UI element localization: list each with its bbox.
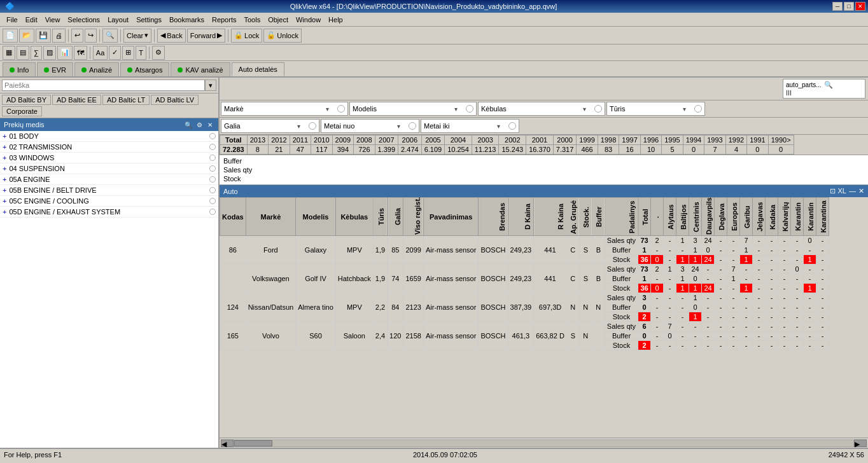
filter-turis[interactable]: Tūris ▾ bbox=[606, 102, 705, 116]
menu-selections[interactable]: Selections bbox=[64, 15, 104, 25]
tab-kav[interactable]: KAV analizė bbox=[171, 62, 230, 76]
auto-close-icon[interactable]: ✕ bbox=[858, 187, 864, 195]
tab-dot-evr bbox=[44, 67, 49, 73]
tb2-btn3[interactable]: ∑ bbox=[31, 46, 42, 60]
filter-galia[interactable]: Galia ▾ bbox=[221, 119, 319, 133]
stats-year-2008: 2008 bbox=[354, 135, 375, 145]
menu-view[interactable]: View bbox=[41, 15, 64, 25]
save-btn[interactable]: 💾 bbox=[36, 29, 51, 43]
tab-info[interactable]: Info bbox=[3, 62, 36, 76]
tree-item-label: 01 BODY bbox=[9, 132, 207, 140]
filter-marke-arrow[interactable]: ▾ bbox=[326, 106, 335, 113]
tb2-btn4[interactable]: ▨ bbox=[43, 46, 56, 60]
auto-expand-icon[interactable]: XL bbox=[838, 187, 846, 195]
filter-metai-iki-arrow[interactable]: ▾ bbox=[497, 123, 506, 130]
undo-btn[interactable]: ↩ bbox=[71, 29, 83, 43]
tree-expand-icon: + bbox=[3, 143, 6, 151]
menu-object[interactable]: Object bbox=[264, 15, 292, 25]
tree-search-icon[interactable]: 🔍 bbox=[184, 120, 193, 129]
filter-modelis-arrow[interactable]: ▾ bbox=[454, 106, 463, 113]
region-tab-ee[interactable]: AD Baltic EE bbox=[52, 95, 101, 105]
region-tab-by[interactable]: AD Baltic BY bbox=[2, 95, 51, 105]
list-item[interactable]: + 02 TRANSMISSION bbox=[0, 142, 218, 153]
list-item[interactable]: + 04 SUSPENSION bbox=[0, 163, 218, 174]
menu-edit[interactable]: Edit bbox=[22, 15, 41, 25]
filter-kebulas-arrow[interactable]: ▾ bbox=[583, 106, 592, 113]
tab-auto[interactable]: Auto detalės bbox=[232, 62, 284, 76]
tab-analize[interactable]: Analizė bbox=[74, 62, 119, 76]
unlock-btn[interactable]: 🔓 Unlock bbox=[263, 29, 302, 43]
tb2-btn2[interactable]: ▤ bbox=[17, 46, 29, 60]
tb2-btn6[interactable]: 🗺 bbox=[74, 46, 87, 60]
menu-bookmarks[interactable]: Bookmarks bbox=[165, 15, 208, 25]
menu-file[interactable]: File bbox=[3, 15, 22, 25]
tb2-btn5[interactable]: 📊 bbox=[57, 46, 73, 60]
scroll-left-btn[interactable]: ◀ bbox=[221, 439, 234, 447]
filter-kebulas[interactable]: Kėbulas ▾ bbox=[478, 102, 605, 116]
tb2-btn11[interactable]: ⚙ bbox=[152, 46, 165, 60]
menu-reports[interactable]: Reports bbox=[208, 15, 241, 25]
search-go-btn[interactable]: ▾ bbox=[205, 79, 216, 91]
minimize-btn[interactable]: ─ bbox=[832, 2, 843, 11]
forward-btn[interactable]: Forward ▶ bbox=[187, 29, 225, 43]
search-btn[interactable]: 🔍 bbox=[102, 29, 118, 43]
filter-turis-arrow[interactable]: ▾ bbox=[683, 106, 692, 113]
open-btn[interactable]: 📂 bbox=[19, 29, 34, 43]
tree-settings-icon[interactable]: ⚙ bbox=[195, 120, 204, 129]
scroll-thumb[interactable] bbox=[234, 440, 272, 446]
list-item[interactable]: + 05D ENGINE / EXHAUST SYSTEM bbox=[0, 207, 218, 218]
close-btn[interactable]: ✕ bbox=[855, 2, 865, 11]
print-btn[interactable]: 🖨 bbox=[52, 29, 66, 43]
maximize-btn[interactable]: □ bbox=[844, 2, 854, 11]
tb2-btn8[interactable]: ✓ bbox=[109, 46, 121, 60]
tree-close-icon[interactable]: ✕ bbox=[206, 120, 214, 129]
tb2-btn1[interactable]: ▦ bbox=[3, 46, 15, 60]
tab-evr[interactable]: EVR bbox=[37, 62, 73, 76]
tree-item-dot bbox=[209, 187, 216, 193]
tree-header-icons: 🔍 ⚙ ✕ bbox=[184, 120, 214, 129]
menu-layout[interactable]: Layout bbox=[104, 15, 132, 25]
scroll-track[interactable] bbox=[234, 439, 854, 447]
auto-restore-icon[interactable]: ⊡ bbox=[830, 187, 836, 195]
auto-minimize-icon[interactable]: — bbox=[849, 187, 856, 195]
search-input[interactable] bbox=[2, 79, 205, 91]
new-btn[interactable]: 📄 bbox=[3, 29, 18, 43]
list-item[interactable]: + 03 WINDOWS bbox=[0, 153, 218, 163]
col-karantina: Karantina bbox=[816, 198, 829, 236]
filter-metai-nuo-arrow[interactable]: ▾ bbox=[397, 123, 406, 130]
list-item[interactable]: + 05B ENGINE / BELT DRIVE bbox=[0, 185, 218, 196]
tab-atsargos[interactable]: Atsargos bbox=[120, 62, 169, 76]
tb2-btn7[interactable]: Aa bbox=[93, 46, 108, 60]
tab-dot-kav bbox=[178, 67, 183, 73]
filter-metai-nuo[interactable]: Metai nuo ▾ bbox=[321, 119, 419, 133]
list-item[interactable]: + 01 BODY bbox=[0, 131, 218, 142]
redo-btn[interactable]: ↪ bbox=[85, 29, 97, 43]
region-tab-corp[interactable]: Corporate bbox=[2, 106, 42, 116]
tb2-btn9[interactable]: ⊞ bbox=[122, 46, 134, 60]
cell-dprice: 249,23 bbox=[508, 265, 534, 293]
tb2-btn10[interactable]: T bbox=[136, 46, 146, 60]
stats-total-value: 72.283 bbox=[220, 145, 248, 155]
scroll-right-btn[interactable]: ▶ bbox=[854, 439, 867, 447]
filter-galia-arrow[interactable]: ▾ bbox=[297, 123, 306, 130]
list-item[interactable]: + 05A ENGINE bbox=[0, 174, 218, 185]
list-item[interactable]: + 05C ENGINE / COOLING bbox=[0, 196, 218, 207]
horizontal-scrollbar[interactable]: ◀ ▶ bbox=[220, 438, 868, 448]
filter-metai-iki[interactable]: Metai iki ▾ bbox=[421, 119, 519, 133]
filter-marke[interactable]: Markė ▾ bbox=[221, 102, 348, 116]
buffer-area: Buffer Sales qty Stock bbox=[220, 155, 868, 185]
search-icon[interactable]: 🔍 bbox=[824, 81, 833, 89]
col-centrinis: Centrinis bbox=[689, 198, 702, 236]
region-tab-lt[interactable]: AD Baltic LT bbox=[102, 95, 150, 105]
data-table-wrapper[interactable]: Kodas Markė Modelis Kėbulas Tūris Galia … bbox=[220, 197, 868, 438]
stats-year-2012: 2012 bbox=[269, 135, 290, 145]
menu-help[interactable]: Help bbox=[325, 15, 347, 25]
clear-btn[interactable]: Clear ▾ bbox=[123, 29, 151, 43]
menu-tools[interactable]: Tools bbox=[240, 15, 264, 25]
menu-settings[interactable]: Settings bbox=[132, 15, 165, 25]
filter-modelis[interactable]: Modelis ▾ bbox=[349, 102, 477, 116]
lock-btn[interactable]: 🔒 Lock bbox=[231, 29, 262, 43]
menu-window[interactable]: Window bbox=[292, 15, 325, 25]
region-tab-lv[interactable]: AD Baltic LV bbox=[151, 95, 199, 105]
back-btn[interactable]: ◀ Back bbox=[157, 29, 185, 43]
